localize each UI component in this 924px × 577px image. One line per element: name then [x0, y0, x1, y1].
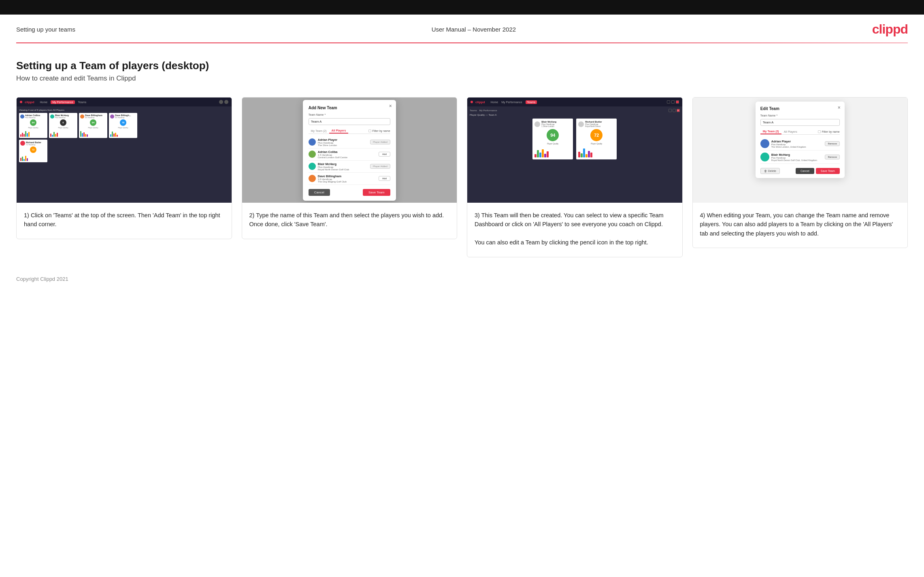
all-players-tab[interactable]: All Players: [329, 128, 349, 134]
screenshot-1: clippd Home My Performance Teams Viewing…: [17, 98, 232, 203]
modal-tabs: My Team (2) All Players Filter by name: [309, 128, 390, 134]
player-avatar: [309, 151, 316, 158]
save-team-button[interactable]: Save Team: [363, 189, 390, 196]
card-4: Edit Team × Team Name * My Team (2) All …: [692, 97, 908, 248]
edit-team-name-input[interactable]: [760, 119, 840, 126]
screenshot-3: clippd Home My Performance Teams: [467, 98, 682, 203]
modal-close-icon[interactable]: ×: [389, 103, 392, 109]
edit-all-players-tab[interactable]: All Players: [781, 129, 800, 134]
player-name: Dave Billingham: [318, 174, 377, 178]
modal-footer: Cancel Save Team: [309, 189, 390, 196]
player-added-button[interactable]: Player Added: [370, 140, 390, 144]
add-player-button[interactable]: Add: [379, 176, 390, 181]
card-4-text: 4) When editing your Team, you can chang…: [693, 203, 908, 248]
delete-team-button[interactable]: 🗑 Delete: [760, 168, 780, 174]
player-list: Adrian Player Plus Handicap The Shire Lo…: [309, 136, 390, 185]
player-avatar: [309, 138, 316, 146]
filter-by-name: Filter by name: [368, 129, 390, 132]
card-3: clippd Home My Performance Teams: [467, 97, 683, 257]
player-hcp: The Shire London: [318, 144, 368, 146]
edit-player-name: Blair McHarg: [771, 153, 823, 157]
card-3-text: 3) This Team will then be created. You c…: [467, 203, 682, 257]
player-row-adrian-player: Adrian Player Plus Handicap The Shire Lo…: [309, 136, 390, 148]
edit-team-name-label: Team Name *: [760, 114, 840, 117]
player-name: Adrian Player: [318, 138, 368, 142]
add-player-button[interactable]: Add: [379, 152, 390, 157]
edit-player-avatar: [760, 153, 769, 161]
modal-add-title: Add New Team: [309, 106, 390, 110]
card-1: clippd Home My Performance Teams Viewing…: [16, 97, 232, 239]
page-footer: Copyright Clippd 2021: [0, 269, 924, 288]
filter-checkbox[interactable]: [368, 129, 371, 132]
card-2-text: 2) Type the name of this Team and then s…: [242, 203, 457, 239]
modal-edit-title: Edit Team: [760, 106, 840, 111]
screenshot-2: Add New Team × Team Name * My Team (2) A…: [242, 98, 457, 203]
trash-icon: 🗑: [764, 170, 767, 172]
player-row-dave-billingham: Dave Billingham 3.6 Handicap The Dog Mag…: [309, 173, 390, 185]
cancel-button[interactable]: Cancel: [309, 189, 330, 196]
header-center-text: User Manual – November 2022: [432, 26, 516, 33]
remove-player-button[interactable]: Remove: [825, 141, 839, 146]
add-new-team-modal: Add New Team × Team Name * My Team (2) A…: [303, 100, 396, 201]
page-content: Setting up a Team of players (desktop) H…: [0, 43, 924, 269]
edit-save-team-button[interactable]: Save Team: [816, 168, 840, 174]
header-left-text: Setting up your teams: [16, 26, 75, 33]
edit-player-row-adrian: Adrian Player Plus Handicap The Shire Lo…: [760, 137, 840, 151]
cards-row: clippd Home My Performance Teams Viewing…: [16, 97, 908, 257]
edit-my-team-tab[interactable]: My Team (2): [760, 129, 781, 134]
edit-team-modal: Edit Team × Team Name * My Team (2) All …: [756, 102, 845, 178]
player-avatar: [309, 175, 316, 182]
edit-player-name: Adrian Player: [771, 140, 823, 143]
clippd-logo: clippd: [872, 22, 908, 37]
card-2: Add New Team × Team Name * My Team (2) A…: [242, 97, 458, 239]
edit-player-location: The Shire London, United Kingdom: [771, 146, 823, 148]
modal-edit-close-icon[interactable]: ×: [838, 105, 841, 110]
player-added-button[interactable]: Player Added: [370, 164, 390, 169]
player-avatar: [309, 163, 316, 170]
my-team-tab[interactable]: My Team (2): [309, 129, 329, 133]
page-header: Setting up your teams User Manual – Nove…: [0, 15, 924, 42]
player-hcp: Royal North Devon Golf Club: [318, 168, 368, 171]
player-hcp: Central London Golf Centre: [318, 156, 377, 159]
edit-player-avatar: [760, 139, 769, 148]
screenshot-4: Edit Team × Team Name * My Team (2) All …: [693, 98, 908, 203]
player-name: Blair McHarg: [318, 162, 368, 166]
player-row-adrian-coliba: Adrian Coliba 1.5 Handicap Central Londo…: [309, 148, 390, 161]
section-subtitle: How to create and edit Teams in Clippd: [16, 74, 908, 83]
card-1-text: 1) Click on 'Teams' at the top of the sc…: [17, 203, 232, 239]
copyright-text: Copyright Clippd 2021: [16, 276, 68, 282]
edit-cancel-button[interactable]: Cancel: [796, 168, 814, 174]
edit-modal-tabs: My Team (2) All Players Filter by name: [760, 129, 840, 135]
player-hcp: The Dog Maging Golf Club: [318, 180, 377, 183]
team-name-input[interactable]: [309, 118, 390, 125]
edit-modal-footer: 🗑 Delete Cancel Save Team: [760, 168, 840, 174]
edit-filter-checkbox[interactable]: [818, 130, 821, 133]
player-name: Adrian Coliba: [318, 150, 377, 154]
remove-player-button[interactable]: Remove: [825, 155, 839, 159]
edit-filter: Filter by name: [818, 130, 839, 133]
section-title: Setting up a Team of players (desktop): [16, 59, 908, 72]
edit-player-row-blair: Blair McHarg Plus Handicap Royal North D…: [760, 151, 840, 164]
team-name-label: Team Name *: [309, 113, 390, 116]
top-bar: [0, 0, 924, 15]
player-row-blair-mcharg: Blair McHarg Plus Handicap Royal North D…: [309, 161, 390, 173]
edit-player-location: Royal North Devon Golf Club, United King…: [771, 159, 823, 161]
